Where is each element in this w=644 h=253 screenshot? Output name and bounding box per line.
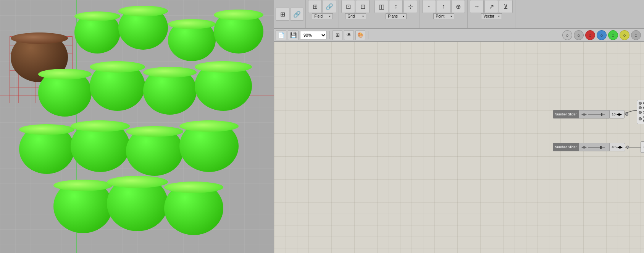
field-btn-1[interactable]: ⊞ [308, 0, 322, 13]
plane-dropdown[interactable]: Plane [386, 13, 407, 19]
slider-1-arrow: ◀▶ [581, 112, 587, 116]
point-icons: ◦ ↑ ⊕ [422, 0, 465, 13]
slider-1-label: Number Slider [553, 110, 579, 118]
number-slider-1[interactable]: Number Slider ◀▶ 10 ◀▶ [553, 110, 629, 118]
vector-dropdown[interactable]: Vector [481, 13, 502, 19]
color-btn[interactable]: 🎨 [355, 30, 365, 40]
plane-btn-1[interactable]: ◫ [374, 0, 388, 13]
polygon-input-segments: Segments [639, 110, 644, 114]
point-btn-2[interactable]: ↑ [437, 0, 450, 13]
field-btn-2[interactable]: 🔗 [323, 0, 336, 13]
green-cyl-12-top [179, 120, 239, 132]
green-cyl-10-top [71, 120, 130, 132]
point-dropdown[interactable]: Point [433, 13, 454, 19]
slider-2-value: 4.5 ◀▶ [609, 143, 626, 151]
secondary-toolbar: 📄 💾 90% ⊞ 👁 🎨 ○ ○ ○ ○ ○ ○ ○ [274, 29, 644, 42]
unit-z-node[interactable]: Factor Unit Z Unit vector [641, 141, 644, 153]
toolbar-group-left: ⊞ 🔗 [274, 0, 306, 28]
dark-cylinder-top [11, 32, 68, 44]
number-slider-2[interactable]: Number Slider ◀▶ 4.5 ◀▶ [553, 143, 630, 151]
slider-1-track[interactable]: ◀▶ [579, 110, 609, 118]
sphere-icon-gray[interactable]: ○ [631, 30, 641, 40]
new-file-btn[interactable]: 📄 [276, 30, 286, 40]
polygon-port-radius[interactable] [639, 106, 642, 109]
slider-2-arrow: ◀▶ [581, 145, 587, 149]
point-section: ◦ ↑ ⊕ Point [420, 0, 468, 28]
green-cyl-15-top [164, 182, 223, 193]
separator-1 [329, 31, 330, 39]
plane-icons: ◫ ↕ ⊹ [374, 0, 417, 13]
main-toolbar: ⊞ 🔗 ⊞ 🔗 Field ⊡ ⊡ Grid ◫ ↕ [274, 0, 644, 29]
field-icons: ⊞ 🔗 [308, 0, 336, 13]
polygon-input-plane: Plane [639, 101, 644, 105]
toolbar-btn-2[interactable]: 🔗 [290, 8, 304, 21]
grid-btn-1[interactable]: ⊡ [341, 0, 355, 13]
grid-dropdown[interactable]: Grid [345, 13, 366, 19]
save-btn[interactable]: 💾 [288, 30, 299, 40]
green-cyl-9-top [19, 124, 74, 135]
sphere-icon-red[interactable]: ○ [585, 30, 595, 40]
node-canvas[interactable]: Number Slider ◀▶ 10 ◀▶ Number Slider ◀▶ [274, 42, 644, 253]
sphere-icon-blue[interactable]: ○ [597, 30, 607, 40]
green-cyl-4-top [214, 10, 263, 20]
point-btn-1[interactable]: ◦ [422, 0, 436, 13]
slider-2-label: Number Slider [553, 143, 579, 151]
field-dropdown[interactable]: Field [312, 13, 333, 19]
polygon-port-fillet[interactable] [639, 117, 642, 120]
slider-1-output-port[interactable] [625, 113, 628, 116]
wires-layer [274, 42, 389, 99]
green-cyl-8-top [195, 61, 252, 73]
plane-btn-2[interactable]: ↕ [389, 0, 403, 13]
green-cyl-11-top [126, 126, 183, 137]
plane-btn-3[interactable]: ⊹ [404, 0, 417, 13]
plane-section: ◫ ↕ ⊹ Plane [372, 0, 420, 28]
slider-1-value: 10 ◀▶ [609, 110, 625, 118]
grid-section: ⊡ ⊡ Grid [339, 0, 372, 28]
polygon-port-plane[interactable] [639, 102, 642, 105]
green-cyl-7-top [143, 67, 197, 78]
grid-btn-2[interactable]: ⊡ [356, 0, 370, 13]
fit-btn[interactable]: ⊞ [332, 30, 342, 40]
sphere-icon-1[interactable]: ○ [562, 30, 572, 40]
field-section: ⊞ 🔗 Field [306, 0, 339, 28]
vector-btn-1[interactable]: → [470, 0, 484, 13]
point-btn-3[interactable]: ⊕ [451, 0, 465, 13]
grasshopper-panel: ⊞ 🔗 ⊞ 🔗 Field ⊡ ⊡ Grid ◫ ↕ [274, 0, 644, 253]
grid-icons: ⊡ ⊡ [341, 0, 370, 13]
sphere-icon-green[interactable]: ○ [608, 30, 618, 40]
slider-2-output-port[interactable] [626, 146, 629, 149]
viewport-3d[interactable] [0, 0, 274, 253]
vector-btn-3[interactable]: ⊻ [499, 0, 513, 13]
polygon-input-fillet: Fillet Radius [639, 115, 644, 123]
green-cyl-14-top [107, 176, 168, 188]
green-cyl-1-top [74, 11, 120, 21]
vector-section: → ↗ ⊻ Vector [468, 0, 515, 28]
polygon-port-segments[interactable] [639, 111, 642, 114]
polygon-node[interactable]: Plane Radius Segments Fillet Radius [637, 100, 644, 124]
view-btn[interactable]: 👁 [344, 30, 354, 40]
green-cyl-2-top [118, 6, 168, 16]
green-cyl-5-top [38, 69, 92, 79]
green-cyl-13-top [53, 180, 113, 191]
sphere-icon-yellow[interactable]: ○ [620, 30, 629, 40]
polygon-inputs: Plane Radius Segments Fillet Radius [637, 100, 644, 124]
vector-btn-2[interactable]: ↗ [484, 0, 498, 13]
sphere-icon-2[interactable]: ○ [574, 30, 584, 40]
unit-z-input: Factor [641, 141, 644, 153]
green-cyl-3-top [168, 19, 216, 29]
vector-icons: → ↗ ⊻ [470, 0, 513, 13]
toolbar-btn-1[interactable]: ⊞ [276, 8, 289, 21]
zoom-select[interactable]: 90% [300, 31, 327, 39]
polygon-input-radius: Radius [639, 106, 644, 110]
green-cyl-6-top [90, 61, 145, 73]
slider-2-track[interactable]: ◀▶ [579, 143, 609, 151]
separator-2 [368, 31, 368, 39]
